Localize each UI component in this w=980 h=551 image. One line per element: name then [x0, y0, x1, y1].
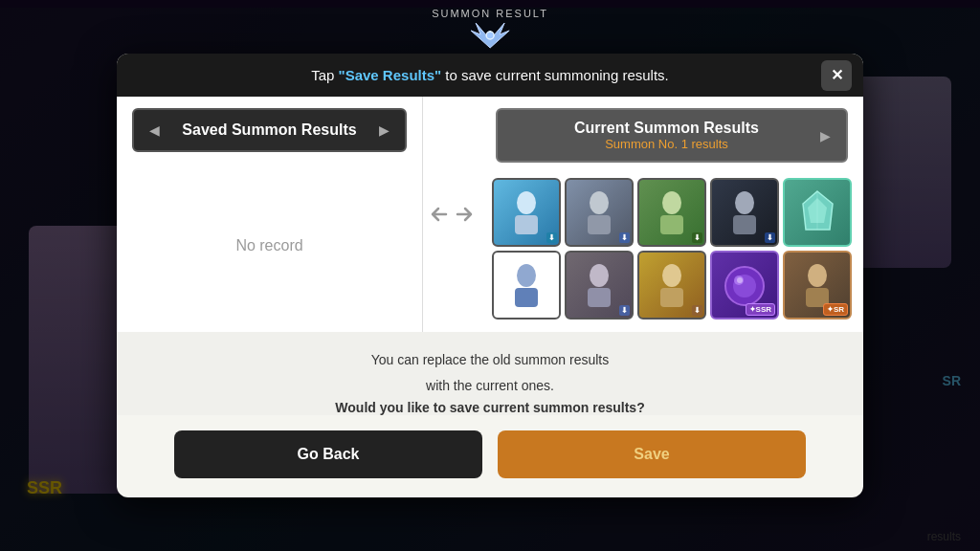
notification-text-after: to save current summoning results.: [441, 67, 669, 83]
character-card-6: [492, 251, 561, 320]
char-badge-1: ⬇: [546, 232, 557, 243]
close-button[interactable]: ✕: [821, 60, 852, 91]
char-inner-2: ⬇: [567, 180, 632, 245]
panel-divider: [423, 97, 480, 332]
character-card-7: ⬇: [565, 251, 634, 320]
svg-point-14: [590, 264, 609, 287]
current-tab-title: Current Summon Results: [574, 120, 759, 137]
notification-text-before: Tap: [311, 67, 338, 83]
summon-result-icon: [466, 21, 514, 56]
modal-container: Tap "Save Results" to save current summo…: [117, 54, 863, 497]
character-card-2: ⬇: [565, 178, 634, 247]
svg-point-5: [662, 191, 681, 214]
summon-result-label: SUMMON RESULT: [432, 8, 548, 19]
saved-results-tab[interactable]: ◀ Saved Summon Results ▶: [132, 108, 407, 152]
tab-arrow-left: ◀: [149, 122, 160, 138]
action-buttons: Go Back Save: [117, 430, 863, 497]
character-card-4: ⬇: [710, 178, 779, 247]
replace-line2: with the current ones.: [136, 375, 844, 396]
current-tab-arrow: ▶: [820, 128, 831, 143]
no-record-text: No record: [117, 160, 422, 332]
character-card-1: ⬇: [492, 178, 561, 247]
panels-row: ◀ Saved Summon Results ▶ No record: [117, 97, 863, 332]
character-card-3: ⬇: [637, 178, 706, 247]
char-badge-7: ⬇: [619, 305, 630, 316]
svg-rect-8: [733, 215, 756, 234]
char-badge-2: ⬇: [619, 232, 630, 243]
bottom-section: You can replace the old summon results w…: [117, 332, 863, 415]
character-card-8: ⬇: [637, 251, 706, 320]
char-inner-9: ✦SSR: [712, 253, 777, 318]
modal-overlay: SUMMON RESULT Tap "Save Results" to save…: [0, 0, 980, 551]
char-inner-1: ⬇: [494, 180, 559, 245]
char-badge-ssr: ✦SSR: [746, 303, 775, 316]
svg-point-16: [662, 264, 681, 287]
svg-point-1: [517, 191, 536, 214]
char-inner-3: ⬇: [639, 180, 704, 245]
current-tab-subtitle: Summon No. 1 results: [605, 137, 728, 151]
svg-point-21: [737, 277, 743, 283]
svg-point-3: [590, 191, 609, 214]
char-inner-6: [494, 253, 559, 318]
saved-tab-label: Saved Summon Results: [182, 121, 356, 139]
char-inner-4: ⬇: [712, 180, 777, 245]
notification-highlight: "Save Results": [339, 67, 442, 83]
go-back-button[interactable]: Go Back: [174, 430, 482, 478]
svg-rect-2: [515, 215, 538, 234]
character-grid: ⬇ ⬇: [480, 170, 863, 331]
svg-point-22: [808, 264, 827, 287]
char-inner-8: ⬇: [639, 253, 704, 318]
right-panel: Current Summon Results Summon No. 1 resu…: [480, 97, 863, 332]
svg-rect-13: [515, 288, 538, 307]
tab-arrow-right: ▶: [379, 122, 390, 138]
char-badge-4: ⬇: [765, 232, 775, 243]
svg-rect-6: [660, 215, 683, 234]
char-inner-10: ✦SR: [785, 253, 850, 318]
svg-rect-17: [660, 288, 683, 307]
svg-rect-4: [588, 215, 611, 234]
char-badge-3: ⬇: [692, 232, 702, 243]
swap-arrows-icon: [429, 197, 475, 231]
char-badge-8: ⬇: [692, 305, 702, 316]
svg-rect-15: [588, 288, 611, 307]
replace-line1: You can replace the old summon results: [136, 349, 844, 370]
character-card-5: [783, 178, 852, 247]
summon-result-header: SUMMON RESULT: [432, 8, 548, 56]
current-results-tab[interactable]: Current Summon Results Summon No. 1 resu…: [496, 108, 848, 163]
svg-point-0: [486, 32, 494, 39]
char-badge-sr: ✦SR: [823, 303, 848, 316]
char-inner-7: ⬇: [567, 253, 632, 318]
left-panel: ◀ Saved Summon Results ▶ No record: [117, 97, 423, 332]
current-tab-text: Current Summon Results Summon No. 1 resu…: [513, 120, 820, 151]
notification-bar: Tap "Save Results" to save current summo…: [117, 54, 863, 97]
svg-point-12: [517, 264, 536, 287]
svg-point-7: [735, 191, 754, 214]
character-card-9: ✦SSR: [710, 251, 779, 320]
save-question: Would you like to save current summon re…: [136, 400, 844, 415]
character-card-10: ✦SR: [783, 251, 852, 320]
char-inner-5: [785, 180, 850, 245]
save-button[interactable]: Save: [498, 430, 806, 478]
